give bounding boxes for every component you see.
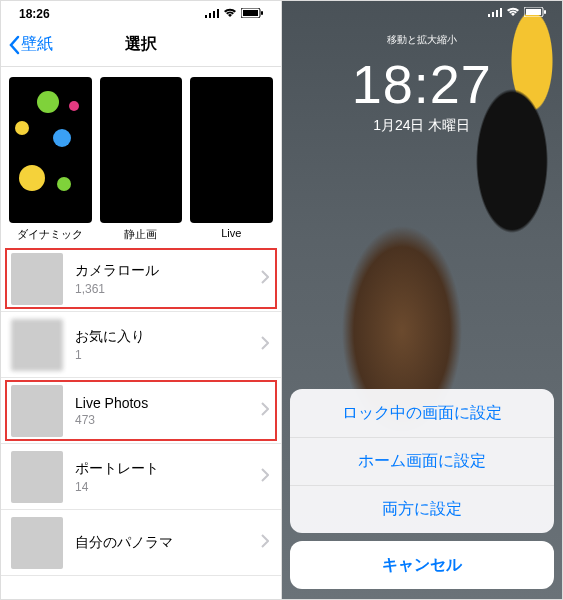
back-button[interactable]: 壁紙 (1, 34, 53, 55)
back-label: 壁紙 (21, 34, 53, 55)
svg-rect-6 (261, 11, 263, 15)
album-meta: Live Photos473 (75, 395, 261, 427)
album-name: 自分のパノラマ (75, 534, 261, 552)
album-count: 1,361 (75, 282, 261, 296)
wallpaper-categories: ダイナミック 静止画 Live (1, 67, 281, 246)
action-sheet: ロック中の画面に設定 ホーム画面に設定 両方に設定 キャンセル (290, 389, 555, 589)
svg-rect-13 (544, 10, 546, 14)
album-row[interactable]: 自分のパノラマ (1, 510, 281, 576)
svg-rect-7 (488, 14, 490, 17)
album-meta: ポートレート14 (75, 460, 261, 494)
svg-rect-9 (496, 10, 498, 17)
svg-rect-8 (492, 12, 494, 17)
svg-rect-3 (217, 9, 219, 18)
wifi-icon (506, 7, 520, 19)
set-home-screen-button[interactable]: ホーム画面に設定 (290, 437, 555, 485)
album-thumb (11, 253, 63, 305)
svg-rect-12 (526, 9, 541, 15)
album-row[interactable]: お気に入り1 (1, 312, 281, 378)
svg-rect-0 (205, 15, 207, 18)
category-dynamic-thumb (9, 77, 92, 223)
category-live-thumb (190, 77, 273, 223)
album-thumb (11, 451, 63, 503)
album-row[interactable]: Live Photos473 (1, 378, 281, 444)
album-name: Live Photos (75, 395, 261, 411)
lock-date: 1月24日 木曜日 (282, 117, 563, 135)
move-scale-hint: 移動と拡大縮小 (282, 33, 563, 47)
category-live[interactable]: Live (190, 77, 273, 242)
album-name: ポートレート (75, 460, 261, 478)
album-name: カメラロール (75, 262, 261, 280)
album-thumb (11, 319, 63, 371)
category-label: ダイナミック (9, 227, 92, 242)
album-meta: 自分のパノラマ (75, 534, 261, 552)
battery-icon (241, 7, 263, 21)
cancel-button[interactable]: キャンセル (290, 541, 555, 589)
category-still-thumb (100, 77, 183, 223)
category-label: Live (190, 227, 273, 239)
chevron-right-icon (261, 270, 269, 288)
svg-rect-1 (209, 13, 211, 18)
wallpaper-preview-screen: 移動と拡大縮小 18:27 1月24日 木曜日 ロック中の画面に設定 ホーム画面… (282, 1, 563, 599)
status-bar: 18:26 (1, 1, 281, 23)
chevron-right-icon (261, 534, 269, 552)
action-sheet-group: ロック中の画面に設定 ホーム画面に設定 両方に設定 (290, 389, 555, 533)
album-row[interactable]: ポートレート14 (1, 444, 281, 510)
svg-rect-2 (213, 11, 215, 18)
category-label: 静止画 (100, 227, 183, 242)
chevron-left-icon (7, 35, 21, 55)
wifi-icon (223, 7, 237, 21)
album-count: 14 (75, 480, 261, 494)
status-time: 18:26 (19, 7, 50, 21)
album-count: 1 (75, 348, 261, 362)
svg-rect-5 (243, 10, 258, 16)
signal-icon (488, 7, 502, 19)
signal-icon (205, 7, 219, 21)
set-both-button[interactable]: 両方に設定 (290, 485, 555, 533)
album-count: 473 (75, 413, 261, 427)
category-dynamic[interactable]: ダイナミック (9, 77, 92, 242)
chevron-right-icon (261, 336, 269, 354)
battery-icon (524, 7, 546, 19)
nav-bar: 壁紙 選択 (1, 23, 281, 67)
status-bar (282, 1, 563, 19)
wallpaper-select-screen: 18:26 壁紙 選択 ダイナミック (1, 1, 282, 599)
chevron-right-icon (261, 402, 269, 420)
lock-time: 18:27 (282, 53, 563, 115)
chevron-right-icon (261, 468, 269, 486)
category-still[interactable]: 静止画 (100, 77, 183, 242)
album-thumb (11, 517, 63, 569)
album-thumb (11, 385, 63, 437)
set-lock-screen-button[interactable]: ロック中の画面に設定 (290, 389, 555, 437)
svg-rect-10 (500, 8, 502, 17)
album-meta: お気に入り1 (75, 328, 261, 362)
album-row[interactable]: カメラロール1,361 (1, 246, 281, 312)
album-name: お気に入り (75, 328, 261, 346)
album-meta: カメラロール1,361 (75, 262, 261, 296)
album-list: カメラロール1,361お気に入り1Live Photos473ポートレート14自… (1, 246, 281, 576)
